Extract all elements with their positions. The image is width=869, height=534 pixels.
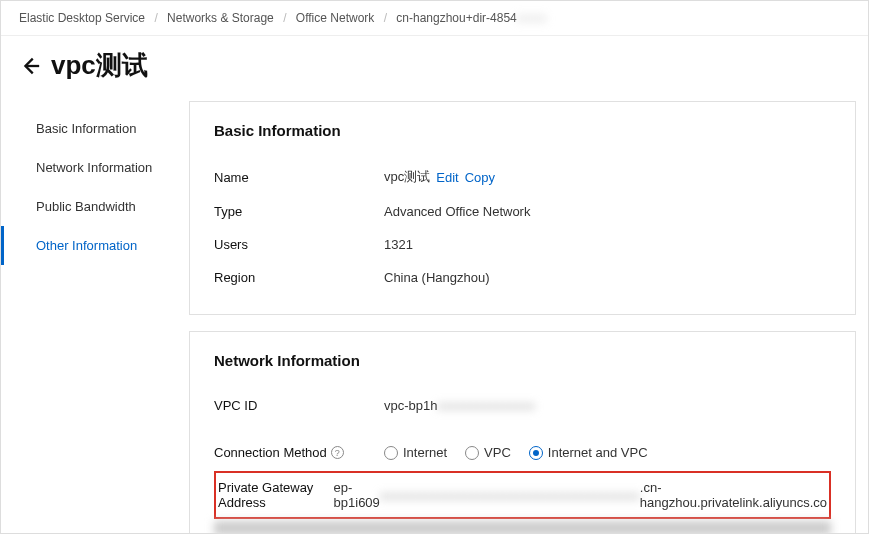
breadcrumb-link[interactable]: Office Network [296,11,374,25]
private-gateway-highlight: Private Gateway Address ep-bp1i609xxxxxx… [214,471,831,519]
back-arrow-icon[interactable] [19,55,41,77]
name-label: Name [214,170,384,185]
radio-circle-icon [465,446,479,460]
blurred-row [214,521,831,533]
region-label: Region [214,270,384,285]
users-label: Users [214,237,384,252]
private-gateway-label: Private Gateway Address [218,480,334,510]
panel-title: Basic Information [214,122,831,139]
radio-internet-and-vpc[interactable]: Internet and VPC [529,445,648,460]
connection-method-label: Connection Method ? [214,445,384,460]
sidebar-item-other-information[interactable]: Other Information [1,226,181,265]
page-header: vpc测试 [1,36,868,101]
breadcrumb: Elastic Desktop Service / Networks & Sto… [1,1,868,36]
sidebar-item-network-information[interactable]: Network Information [1,148,181,187]
radio-circle-icon [529,446,543,460]
page-title: vpc测试 [51,48,148,83]
edit-link[interactable]: Edit [436,170,458,185]
network-information-panel: Network Information VPC ID vpc-bp1hxxxxx… [189,331,856,533]
radio-label: Internet [403,445,447,460]
radio-label: Internet and VPC [548,445,648,460]
breadcrumb-link[interactable]: Networks & Storage [167,11,274,25]
sidebar-item-public-bandwidth[interactable]: Public Bandwidth [1,187,181,226]
breadcrumb-sep: / [384,11,387,25]
sidebar: Basic Information Network Information Pu… [1,101,181,533]
region-value: China (Hangzhou) [384,270,831,285]
vpc-id-value: vpc-bp1hxxxxxxxxxxxxxxx [384,398,831,413]
radio-internet[interactable]: Internet [384,445,447,460]
basic-information-panel: Basic Information Name vpc测试 Edit Copy T… [189,101,856,315]
type-label: Type [214,204,384,219]
breadcrumb-current: cn-hangzhou+dir-4854xxxxx [396,11,546,25]
private-gateway-value: ep-bp1i609xxxxxxxxxxxxxxxxxxxxxxxxxxxxxx… [334,480,827,510]
radio-circle-icon [384,446,398,460]
help-icon[interactable]: ? [331,446,344,459]
copy-link[interactable]: Copy [465,170,495,185]
name-value: vpc测试 Edit Copy [384,168,831,186]
radio-label: VPC [484,445,511,460]
sidebar-item-basic-information[interactable]: Basic Information [1,109,181,148]
panel-title: Network Information [214,352,831,369]
vpc-id-label: VPC ID [214,398,384,413]
breadcrumb-sep: / [283,11,286,25]
breadcrumb-link[interactable]: Elastic Desktop Service [19,11,145,25]
breadcrumb-sep: / [154,11,157,25]
type-value: Advanced Office Network [384,204,831,219]
content-area: Basic Information Name vpc测试 Edit Copy T… [181,101,868,533]
connection-method-radio-group: Internet VPC Internet and VPC [384,445,648,460]
radio-vpc[interactable]: VPC [465,445,511,460]
users-value: 1321 [384,237,831,252]
